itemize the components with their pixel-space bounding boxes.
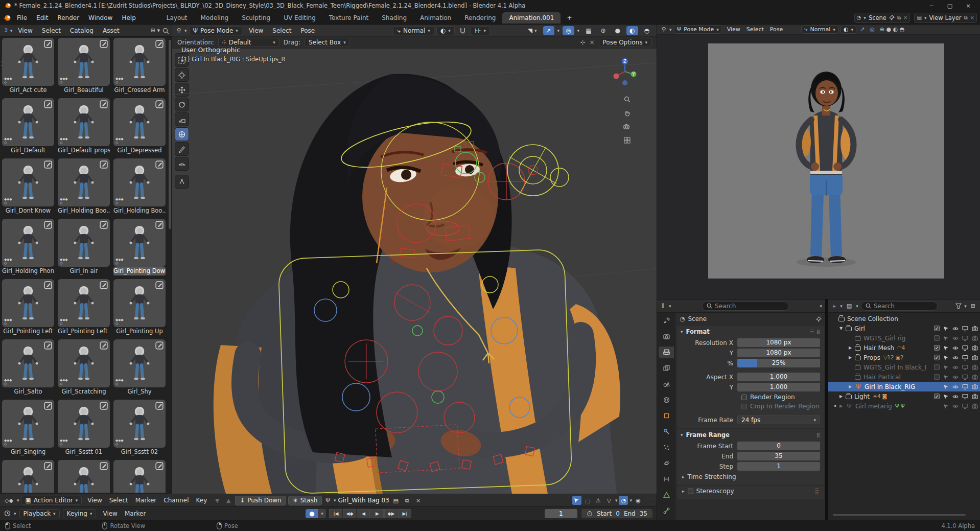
datablock-name[interactable]: Girl: [854, 325, 865, 332]
remove-layer-icon[interactable]: ×: [970, 15, 974, 20]
display-mode-icon[interactable]: ⊞ ▾: [149, 27, 161, 34]
asset-item[interactable]: ◆▪◆◇ Girl_Singing: [2, 400, 54, 456]
scene-name[interactable]: Scene: [869, 14, 886, 21]
mode-selector[interactable]: ΨPose Mode▾: [189, 26, 242, 35]
hide-eye-icon[interactable]: [952, 326, 959, 331]
menu-item[interactable]: Pose: [767, 25, 786, 34]
tab-modifiers[interactable]: [659, 426, 674, 437]
menu-item[interactable]: Select: [268, 26, 296, 36]
filter-funnel-icon[interactable]: [955, 303, 962, 309]
stereoscopy-header[interactable]: ▸Stereoscopy⣿: [677, 486, 824, 496]
selectable-icon[interactable]: [943, 355, 949, 360]
exclude-checkbox[interactable]: [934, 364, 940, 370]
action-icon[interactable]: Ψ: [324, 497, 332, 504]
unlink-action-icon[interactable]: ×: [414, 496, 423, 505]
outliner-row[interactable]: ▼ Girl: [828, 324, 980, 333]
menu-item[interactable]: Catalog: [65, 26, 98, 36]
menu-item[interactable]: Select: [106, 496, 132, 505]
outliner-row[interactable]: ▶ Props ▽12 ▣2: [828, 353, 980, 362]
chevron-down-icon[interactable]: ▾: [820, 304, 822, 309]
render-region-checkbox[interactable]: Render Region: [741, 393, 824, 402]
scene-selector[interactable]: ◔▾ Scene ⧉ ×: [854, 13, 911, 23]
asset-thumbnail[interactable]: ◆▪◆◇: [113, 158, 166, 206]
viewport-visibility-icon[interactable]: [962, 374, 968, 380]
hide-eye-icon[interactable]: [952, 345, 959, 351]
normalize-curve-icon[interactable]: ⌒: [644, 496, 654, 505]
mirror-x-icon[interactable]: ×: [590, 39, 595, 46]
asset-thumbnail[interactable]: ◆▪◆◇: [2, 158, 54, 206]
asset-thumbnail[interactable]: ◆▪◆◇: [113, 400, 166, 448]
snapping-options[interactable]: ⊦⊦▾: [471, 26, 490, 35]
edit-pose-icon[interactable]: [100, 402, 108, 410]
frame-range-header[interactable]: ▾ Frame Range ⣿: [677, 429, 824, 441]
hide-eye-icon[interactable]: [952, 394, 959, 399]
mode-selector[interactable]: ΨPose Mode▾: [674, 26, 722, 34]
viewport-camera-preview[interactable]: ⚲▾ ΨPose Mode▾ ViewSelectPose ⤷Normal▾ ◐…: [657, 25, 980, 299]
outliner-row[interactable]: ▶ Light ☀4 ◙: [828, 391, 980, 401]
edit-pose-icon[interactable]: [155, 40, 164, 48]
hide-eye-icon[interactable]: [952, 365, 959, 370]
overlays-toggle[interactable]: ◎: [563, 26, 574, 35]
pin-icon[interactable]: [816, 316, 822, 322]
asset-item[interactable]: ◆▪◆◇: [58, 460, 110, 493]
asset-thumbnail[interactable]: ◆▪◆◇: [2, 98, 54, 146]
copy-action-icon[interactable]: ⧉: [403, 496, 412, 505]
proportional-edit-icon[interactable]: ◉: [634, 496, 643, 505]
selectable-icon[interactable]: [943, 384, 949, 389]
asset-item[interactable]: ◆▪◆◇: [113, 460, 166, 493]
viewport-visibility-icon[interactable]: [962, 403, 968, 409]
workspace-tab[interactable]: Animation.001: [502, 12, 561, 24]
gizmos-toggle[interactable]: ↗: [543, 26, 554, 35]
edit-pose-icon[interactable]: [44, 341, 52, 350]
errors-icon[interactable]: ⚠: [594, 496, 603, 505]
fake-user-icon[interactable]: ▤: [391, 496, 401, 505]
menu-item[interactable]: View: [13, 26, 37, 36]
scrollbar[interactable]: [833, 514, 966, 516]
render-visibility-icon[interactable]: [972, 335, 978, 341]
workspace-tab[interactable]: Sculpting: [235, 12, 277, 24]
tab-object-data[interactable]: [659, 489, 674, 500]
menu-item[interactable]: Window: [84, 13, 117, 23]
expander-icon[interactable]: ▶: [839, 394, 846, 399]
transform-orientation[interactable]: ⤷Normal▾: [801, 26, 838, 34]
time-stretching-header[interactable]: ▸Time Stretching: [677, 472, 824, 482]
asset-item[interactable]: ◆▪◆◇ Girl_Pointing Up: [113, 279, 166, 336]
exclude-checkbox[interactable]: [934, 394, 940, 399]
push-down-button[interactable]: ↧Push Down: [235, 496, 286, 505]
playback-dropdown[interactable]: Playback▾: [19, 509, 60, 518]
edit-pose-icon[interactable]: [155, 402, 164, 410]
outliner-row[interactable]: ▶ Girl metarig Ψ Ψ: [828, 401, 980, 411]
asset-thumbnail[interactable]: ◆▪◆◇: [2, 339, 54, 387]
new-collection-icon[interactable]: ⊞: [969, 303, 977, 309]
edit-pose-icon[interactable]: [44, 281, 52, 289]
scene-render[interactable]: [172, 49, 657, 494]
ghost-interpolation-icon[interactable]: ◔: [619, 496, 628, 505]
workspace-tab[interactable]: Animation: [413, 12, 458, 24]
asset-thumbnail[interactable]: ◆▪◆◇: [58, 460, 110, 493]
menu-item[interactable]: Marker: [121, 509, 149, 518]
presets-icon[interactable]: ☰: [810, 329, 814, 334]
shading-wireframe[interactable]: ⊕: [597, 26, 609, 35]
editor-type-icon[interactable]: ⫼: [660, 303, 666, 309]
edit-pose-icon[interactable]: [155, 160, 164, 169]
edit-pose-icon[interactable]: [155, 341, 164, 350]
view-layer-name[interactable]: View Layer: [929, 14, 961, 21]
edit-pose-icon[interactable]: [44, 402, 52, 410]
display-mode-icon[interactable]: ⫦: [831, 303, 837, 309]
asset-thumbnail[interactable]: ◆▪◆◇: [113, 339, 166, 387]
editor-type-icon[interactable]: ⫶l: [3, 27, 9, 34]
edit-pose-icon[interactable]: [155, 281, 164, 289]
shading-material[interactable]: ◐: [626, 26, 638, 35]
menu-item[interactable]: View: [84, 496, 105, 505]
menu-item[interactable]: Render: [53, 13, 84, 23]
datablock-name[interactable]: WGTS_Girl rig: [864, 335, 905, 342]
clock-icon[interactable]: [4, 510, 11, 517]
asset-item[interactable]: ◆▪◆◇ Girl_Scratching: [58, 339, 110, 396]
asset-item[interactable]: ◆▪◆◇ Girl_Pointing Left ...: [58, 279, 110, 336]
breadcrumb-scene[interactable]: Scene: [688, 315, 707, 322]
stash-button[interactable]: ∗Stash: [288, 496, 322, 505]
asset-item[interactable]: ◆▪◆◇ Girl_Act cute: [2, 38, 54, 95]
edit-pose-icon[interactable]: [100, 160, 108, 169]
asset-item[interactable]: ◆▪◆◇: [2, 460, 54, 493]
outliner-row[interactable]: WGTS_Girl rig: [828, 333, 980, 343]
